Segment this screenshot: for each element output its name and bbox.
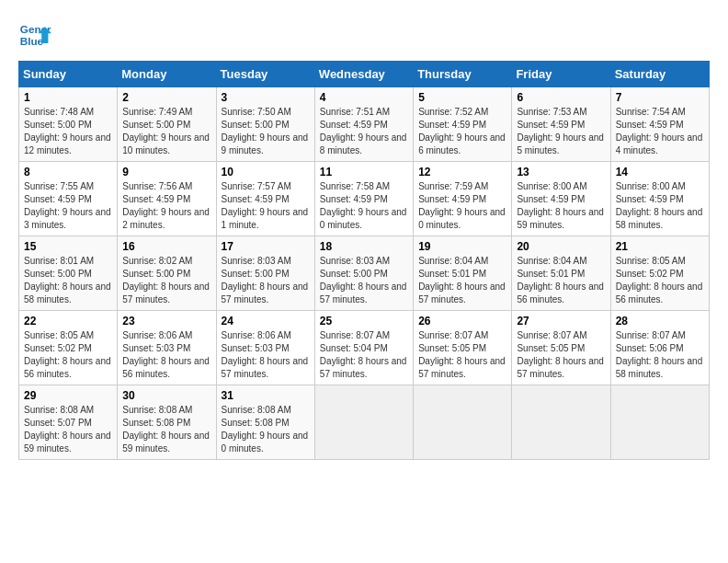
calendar-cell: 21Sunrise: 8:05 AMSunset: 5:02 PMDayligh…: [610, 236, 709, 311]
day-number: 29: [24, 389, 112, 402]
day-info: Sunrise: 8:08 AMSunset: 5:08 PMDaylight:…: [222, 404, 310, 455]
calendar-cell: 8Sunrise: 7:55 AMSunset: 4:59 PMDaylight…: [19, 162, 118, 236]
calendar-cell: 23Sunrise: 8:06 AMSunset: 5:03 PMDayligh…: [118, 311, 216, 385]
calendar-cell: 17Sunrise: 8:03 AMSunset: 5:00 PMDayligh…: [216, 236, 314, 311]
calendar-week-5: 29Sunrise: 8:08 AMSunset: 5:07 PMDayligh…: [19, 385, 710, 460]
day-number: 20: [517, 240, 605, 253]
day-info: Sunrise: 8:07 AMSunset: 5:06 PMDaylight:…: [616, 329, 704, 381]
weekday-header-monday: Monday: [118, 62, 216, 87]
calendar-cell: 3Sunrise: 7:50 AMSunset: 5:00 PMDaylight…: [216, 87, 314, 162]
day-info: Sunrise: 8:07 AMSunset: 5:05 PMDaylight:…: [517, 329, 605, 381]
day-number: 6: [517, 91, 605, 104]
day-number: 26: [418, 315, 506, 327]
weekday-header-sunday: Sunday: [19, 62, 118, 87]
day-number: 8: [24, 166, 112, 178]
calendar-week-1: 1Sunrise: 7:48 AMSunset: 5:00 PMDaylight…: [19, 87, 710, 162]
day-number: 31: [222, 389, 310, 402]
day-number: 12: [418, 166, 506, 178]
calendar-cell: 29Sunrise: 8:08 AMSunset: 5:07 PMDayligh…: [19, 385, 118, 460]
day-info: Sunrise: 8:05 AMSunset: 5:02 PMDaylight:…: [616, 255, 704, 306]
logo-icon: General Blue: [18, 18, 51, 52]
day-info: Sunrise: 7:54 AMSunset: 4:59 PMDaylight:…: [616, 106, 704, 157]
day-info: Sunrise: 7:51 AMSunset: 4:59 PMDaylight:…: [320, 106, 408, 157]
calendar-week-4: 22Sunrise: 8:05 AMSunset: 5:02 PMDayligh…: [19, 311, 710, 385]
day-info: Sunrise: 8:08 AMSunset: 5:07 PMDaylight:…: [24, 404, 112, 455]
calendar-cell: 31Sunrise: 8:08 AMSunset: 5:08 PMDayligh…: [216, 385, 314, 460]
day-number: 21: [616, 240, 704, 253]
calendar-cell: 30Sunrise: 8:08 AMSunset: 5:08 PMDayligh…: [118, 385, 216, 460]
day-number: 4: [320, 91, 408, 104]
day-number: 15: [24, 240, 112, 253]
day-info: Sunrise: 8:04 AMSunset: 5:01 PMDaylight:…: [517, 255, 605, 306]
day-info: Sunrise: 7:49 AMSunset: 5:00 PMDaylight:…: [122, 106, 210, 157]
day-number: 3: [222, 91, 310, 104]
day-info: Sunrise: 8:03 AMSunset: 5:00 PMDaylight:…: [320, 255, 408, 306]
weekday-header-thursday: Thursday: [414, 62, 512, 87]
day-info: Sunrise: 7:55 AMSunset: 4:59 PMDaylight:…: [24, 180, 112, 232]
calendar-cell: 7Sunrise: 7:54 AMSunset: 4:59 PMDaylight…: [610, 87, 709, 162]
calendar-cell: 13Sunrise: 8:00 AMSunset: 4:59 PMDayligh…: [512, 162, 610, 236]
day-number: 14: [616, 166, 704, 178]
calendar-week-2: 8Sunrise: 7:55 AMSunset: 4:59 PMDaylight…: [19, 162, 710, 236]
day-number: 1: [24, 91, 112, 104]
day-info: Sunrise: 8:07 AMSunset: 5:05 PMDaylight:…: [418, 329, 506, 381]
calendar-cell: 16Sunrise: 8:02 AMSunset: 5:00 PMDayligh…: [118, 236, 216, 311]
svg-text:Blue: Blue: [20, 35, 44, 47]
day-info: Sunrise: 7:58 AMSunset: 4:59 PMDaylight:…: [320, 180, 408, 232]
day-info: Sunrise: 8:01 AMSunset: 5:00 PMDaylight:…: [24, 255, 112, 306]
day-number: 2: [122, 91, 210, 104]
calendar-cell: 27Sunrise: 8:07 AMSunset: 5:05 PMDayligh…: [512, 311, 610, 385]
calendar-cell: 1Sunrise: 7:48 AMSunset: 5:00 PMDaylight…: [19, 87, 118, 162]
day-number: 17: [222, 240, 310, 253]
weekday-header-wednesday: Wednesday: [314, 62, 413, 87]
calendar-cell: 14Sunrise: 8:00 AMSunset: 4:59 PMDayligh…: [610, 162, 709, 236]
calendar-cell: 18Sunrise: 8:03 AMSunset: 5:00 PMDayligh…: [314, 236, 413, 311]
calendar-cell: 19Sunrise: 8:04 AMSunset: 5:01 PMDayligh…: [414, 236, 512, 311]
calendar-table: SundayMondayTuesdayWednesdayThursdayFrid…: [18, 61, 710, 460]
calendar-cell: 20Sunrise: 8:04 AMSunset: 5:01 PMDayligh…: [512, 236, 610, 311]
day-number: 10: [222, 166, 310, 178]
day-info: Sunrise: 7:53 AMSunset: 4:59 PMDaylight:…: [517, 106, 605, 157]
day-number: 23: [122, 315, 210, 327]
calendar-cell: 11Sunrise: 7:58 AMSunset: 4:59 PMDayligh…: [314, 162, 413, 236]
day-info: Sunrise: 8:05 AMSunset: 5:02 PMDaylight:…: [24, 329, 112, 381]
day-number: 16: [122, 240, 210, 253]
day-number: 24: [222, 315, 310, 327]
day-info: Sunrise: 8:00 AMSunset: 4:59 PMDaylight:…: [517, 180, 605, 232]
day-info: Sunrise: 7:59 AMSunset: 4:59 PMDaylight:…: [418, 180, 506, 232]
calendar-cell: [512, 385, 610, 460]
calendar-cell: 28Sunrise: 8:07 AMSunset: 5:06 PMDayligh…: [610, 311, 709, 385]
day-number: 9: [122, 166, 210, 178]
calendar-cell: 4Sunrise: 7:51 AMSunset: 4:59 PMDaylight…: [314, 87, 413, 162]
day-info: Sunrise: 8:03 AMSunset: 5:00 PMDaylight:…: [222, 255, 310, 306]
day-number: 7: [616, 91, 704, 104]
calendar-cell: 24Sunrise: 8:06 AMSunset: 5:03 PMDayligh…: [216, 311, 314, 385]
calendar-week-3: 15Sunrise: 8:01 AMSunset: 5:00 PMDayligh…: [19, 236, 710, 311]
calendar-cell: 5Sunrise: 7:52 AMSunset: 4:59 PMDaylight…: [414, 87, 512, 162]
calendar-cell: 10Sunrise: 7:57 AMSunset: 4:59 PMDayligh…: [216, 162, 314, 236]
calendar-cell: [414, 385, 512, 460]
calendar-cell: 2Sunrise: 7:49 AMSunset: 5:00 PMDaylight…: [118, 87, 216, 162]
calendar-cell: 6Sunrise: 7:53 AMSunset: 4:59 PMDaylight…: [512, 87, 610, 162]
page-header: General Blue: [18, 18, 710, 52]
day-info: Sunrise: 8:00 AMSunset: 4:59 PMDaylight:…: [616, 180, 704, 232]
calendar-cell: [314, 385, 413, 460]
day-info: Sunrise: 7:48 AMSunset: 5:00 PMDaylight:…: [24, 106, 112, 157]
day-number: 13: [517, 166, 605, 178]
day-info: Sunrise: 7:50 AMSunset: 5:00 PMDaylight:…: [222, 106, 310, 157]
day-info: Sunrise: 8:04 AMSunset: 5:01 PMDaylight:…: [418, 255, 506, 306]
calendar-cell: [610, 385, 709, 460]
day-number: 27: [517, 315, 605, 327]
day-number: 22: [24, 315, 112, 327]
day-info: Sunrise: 7:52 AMSunset: 4:59 PMDaylight:…: [418, 106, 506, 157]
day-info: Sunrise: 8:06 AMSunset: 5:03 PMDaylight:…: [222, 329, 310, 381]
calendar-cell: 22Sunrise: 8:05 AMSunset: 5:02 PMDayligh…: [19, 311, 118, 385]
weekday-header-saturday: Saturday: [610, 62, 709, 87]
calendar-header-row: SundayMondayTuesdayWednesdayThursdayFrid…: [19, 62, 710, 87]
calendar-cell: 12Sunrise: 7:59 AMSunset: 4:59 PMDayligh…: [414, 162, 512, 236]
day-number: 25: [320, 315, 408, 327]
calendar-cell: 15Sunrise: 8:01 AMSunset: 5:00 PMDayligh…: [19, 236, 118, 311]
day-number: 5: [418, 91, 506, 104]
day-info: Sunrise: 8:07 AMSunset: 5:04 PMDaylight:…: [320, 329, 408, 381]
day-info: Sunrise: 8:08 AMSunset: 5:08 PMDaylight:…: [122, 404, 210, 455]
